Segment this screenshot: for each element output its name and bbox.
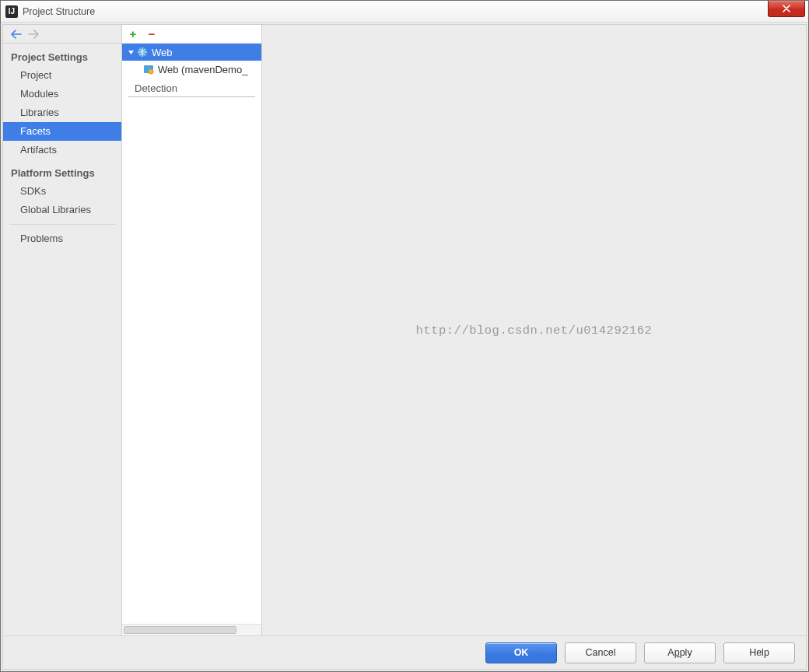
close-icon bbox=[782, 5, 791, 12]
tree-body: Web Web (mavenDemo_ Detection bbox=[122, 44, 261, 635]
sidebar-heading-project-settings: Project Settings bbox=[3, 48, 121, 66]
sidebar-item-project[interactable]: Project bbox=[3, 66, 121, 85]
sidebar-item-artifacts[interactable]: Artifacts bbox=[3, 141, 121, 159]
tree-node-label: Web bbox=[152, 47, 173, 58]
web-module-icon bbox=[142, 63, 155, 75]
watermark-text: http://blog.csdn.net/u014292162 bbox=[416, 324, 653, 338]
remove-button[interactable]: − bbox=[145, 28, 158, 40]
tree-section-detection: Detection bbox=[128, 78, 255, 97]
tree-node-web-module[interactable]: Web (mavenDemo_ bbox=[122, 61, 261, 78]
sidebar-platform-settings: Platform Settings SDKs Global Libraries bbox=[3, 159, 121, 219]
add-button[interactable]: + bbox=[127, 28, 139, 40]
window-title: Project Structure bbox=[23, 6, 95, 17]
details-pane: http://blog.csdn.net/u014292162 bbox=[262, 25, 806, 635]
apply-button[interactable]: Apply bbox=[644, 642, 716, 663]
arrow-left-icon bbox=[11, 30, 22, 39]
dialog-window: IJ Project Structure bbox=[0, 0, 809, 672]
sidebar-item-problems[interactable]: Problems bbox=[3, 225, 121, 247]
sidebar-project-settings: Project Settings Project Modules Librari… bbox=[3, 44, 121, 159]
ok-button[interactable]: OK bbox=[485, 642, 557, 663]
apply-label-mnemonic: p bbox=[674, 647, 680, 658]
sidebar-item-global-libraries[interactable]: Global Libraries bbox=[3, 201, 121, 219]
minus-icon: − bbox=[149, 28, 156, 40]
help-button[interactable]: Help bbox=[723, 642, 795, 663]
nav-forward-button[interactable] bbox=[26, 27, 40, 41]
apply-label-pre: A bbox=[667, 647, 674, 658]
horizontal-scrollbar[interactable] bbox=[122, 624, 261, 635]
sidebar-heading-platform-settings: Platform Settings bbox=[3, 164, 121, 182]
scrollbar-thumb[interactable] bbox=[124, 626, 236, 634]
inner-panel: Project Settings Project Modules Librari… bbox=[2, 24, 807, 670]
arrow-right-icon bbox=[28, 30, 39, 39]
cancel-button[interactable]: Cancel bbox=[565, 642, 636, 663]
titlebar: IJ Project Structure bbox=[1, 1, 808, 23]
content-area: Project Settings Project Modules Librari… bbox=[3, 25, 806, 635]
nav-back-button[interactable] bbox=[9, 27, 23, 41]
sidebar-item-libraries[interactable]: Libraries bbox=[3, 103, 121, 122]
web-facet-icon bbox=[136, 46, 149, 58]
tree-node-web[interactable]: Web bbox=[122, 44, 261, 61]
tree-toolbar: + − bbox=[122, 25, 261, 44]
expand-caret[interactable] bbox=[125, 49, 136, 56]
tree-node-label: Web (mavenDemo_ bbox=[158, 64, 247, 75]
caret-down-icon bbox=[128, 49, 135, 56]
sidebar-item-sdks[interactable]: SDKs bbox=[3, 182, 121, 201]
plus-icon: + bbox=[130, 28, 137, 40]
sidebar-item-modules[interactable]: Modules bbox=[3, 85, 121, 103]
facets-tree-panel: + − bbox=[122, 25, 262, 635]
sidebar-item-facets[interactable]: Facets bbox=[3, 122, 121, 141]
dialog-button-row: OK Cancel Apply Help bbox=[3, 635, 806, 669]
close-button[interactable] bbox=[768, 1, 805, 17]
svg-marker-0 bbox=[128, 51, 134, 54]
app-icon: IJ bbox=[5, 5, 18, 18]
apply-label-post: ply bbox=[680, 647, 692, 658]
sidebar-toolbar bbox=[3, 25, 121, 44]
sidebar: Project Settings Project Modules Librari… bbox=[3, 25, 122, 635]
svg-point-3 bbox=[149, 69, 153, 74]
